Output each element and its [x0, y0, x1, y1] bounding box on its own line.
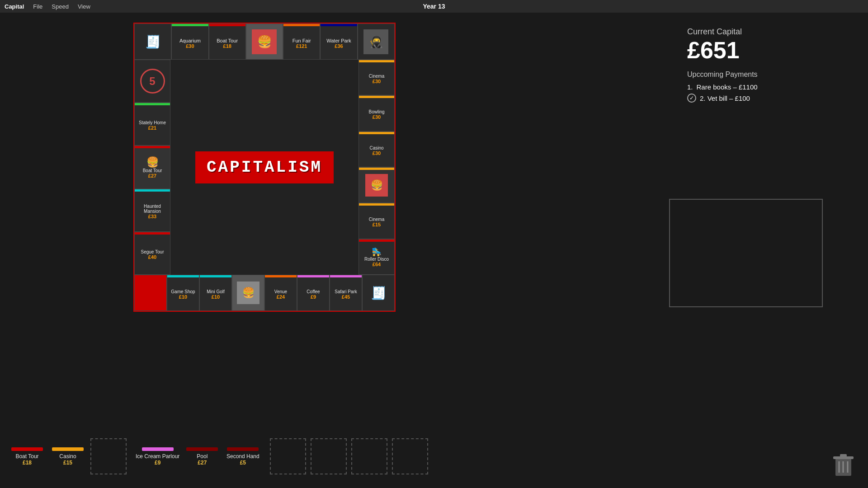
boattour-top-price: £18 [223, 43, 231, 49]
empty-slot-3 [311, 438, 347, 474]
aquarium-label: Aquarium [179, 38, 201, 43]
safari-bar [330, 275, 362, 277]
burger-right-bar [359, 168, 394, 170]
bottom-card-boattour[interactable]: Boat Tour £18 [9, 447, 45, 466]
cell-cinema2[interactable]: Cinema £15 [359, 203, 395, 239]
cell-stately-home[interactable]: Stately Home £21 [134, 103, 170, 145]
cell-funfair[interactable]: Fun Fair £121 [283, 23, 320, 60]
cell-bowling[interactable]: Bowling £30 [359, 95, 395, 131]
svg-rect-2 [840, 454, 847, 457]
burger-icon-right: 🍔 [365, 174, 388, 197]
cinema2-label: Cinema [369, 217, 384, 222]
cinema2-bar [359, 203, 394, 206]
cinema1-label: Cinema [369, 74, 384, 79]
payment-2-text: 2. Vet bill – £100 [700, 94, 750, 102]
left-col: 5 Stately Home £21 🍔 Boat Tour £27 Haunt… [134, 60, 170, 275]
aquarium-price: £30 [186, 43, 194, 49]
gameshop-price: £10 [179, 294, 187, 300]
segue-label: Segue Tour [141, 249, 164, 254]
center-area: CAPITALISM [170, 60, 359, 275]
cell-roller-disco[interactable]: 🛼 Roller Disco £64 [359, 239, 395, 275]
cinema1-bar [359, 60, 394, 62]
year-display: Year 13 [423, 3, 445, 10]
roller-price: £64 [373, 262, 381, 267]
menu-view[interactable]: View [78, 3, 90, 10]
menu-file[interactable]: File [33, 3, 42, 10]
cell-coffee[interactable]: Coffee £9 [297, 275, 330, 311]
minigolf-label: Mini Golf [207, 289, 224, 294]
trash-icon[interactable] [832, 452, 854, 479]
cell-burger-top: 🍔 [246, 23, 283, 60]
payment-1-index: 1. [687, 83, 693, 91]
casino-bar [359, 132, 394, 134]
haunted-price: £33 [148, 214, 156, 219]
minigolf-bar [200, 275, 231, 277]
funfair-label: Fun Fair [292, 38, 311, 43]
boattour-icon: 🍔 [146, 156, 159, 168]
payment-1: 1. Rare books – £1100 [687, 83, 823, 91]
roller-bar [359, 239, 394, 242]
bottom-card-icecream[interactable]: Ice Cream Parlour £9 [136, 447, 179, 466]
safari-label: Safari Park [335, 289, 357, 294]
segue-price: £40 [148, 254, 156, 260]
right-col: Cinema £30 Bowling £30 Casino £30 🍔 Cine… [359, 60, 395, 275]
burger-icon-bottom: 🍔 [237, 282, 259, 304]
cell-aquarium[interactable]: Aquarium £30 [171, 23, 208, 60]
cinema2-price: £15 [373, 222, 381, 227]
cell-venue[interactable]: Venue £24 [264, 275, 297, 311]
number-badge: 5 [140, 69, 165, 94]
bowling-price: £30 [373, 114, 381, 120]
cell-safari-park[interactable]: Safari Park £45 [330, 275, 362, 311]
bottom-card-secondhand[interactable]: Second Hand £5 [225, 447, 261, 466]
bottom-card-pool[interactable]: Pool £27 [184, 447, 220, 466]
cell-segue-tour[interactable]: Segue Tour £40 [134, 232, 170, 275]
casino-card-bar [52, 447, 84, 451]
coffee-bar [297, 275, 329, 277]
cell-boattour-left[interactable]: 🍔 Boat Tour £27 [134, 145, 170, 188]
pool-card-bar [186, 447, 218, 451]
cell-mini-golf[interactable]: Mini Golf £10 [199, 275, 232, 311]
top-row: 🧾 Aquarium £30 Boat Tour £18 🍔 Fun Fair … [134, 23, 395, 60]
corner-top-right: 🥷 [358, 23, 395, 60]
boattour-left-bar [135, 146, 170, 148]
haunted-label: Haunted Mansion [137, 204, 168, 214]
cinema1-price: £30 [373, 79, 381, 84]
boattour-card-bar [11, 447, 43, 451]
cell-cinema1[interactable]: Cinema £30 [359, 60, 395, 95]
roller-icon: 🛼 [372, 247, 382, 257]
casino-card-name: Casino [59, 453, 76, 460]
casino-card-price: £15 [63, 460, 72, 466]
cell-haunted-mansion[interactable]: Haunted Mansion £33 [134, 189, 170, 232]
waterpark-bar [321, 24, 357, 26]
aquarium-bar [172, 24, 208, 26]
cell-waterpark[interactable]: Water Park £36 [320, 23, 357, 60]
secondhand-card-price: £5 [240, 460, 246, 466]
app-title: Capital [5, 3, 24, 10]
payment-1-text: Rare books – £1100 [697, 83, 758, 91]
bottom-card-casino[interactable]: Casino £15 [50, 447, 86, 466]
minigolf-price: £10 [212, 294, 220, 300]
menu-speed[interactable]: Speed [52, 3, 69, 10]
pool-card-name: Pool [197, 453, 208, 460]
venue-label: Venue [274, 289, 287, 294]
venue-price: £24 [277, 294, 285, 300]
waterpark-price: £36 [335, 43, 343, 49]
roller-label: Roller Disco [364, 257, 389, 262]
icecream-card-price: £9 [155, 460, 160, 466]
cell-boattour-top[interactable]: Boat Tour £18 [209, 23, 246, 60]
waterpark-label: Water Park [326, 38, 351, 43]
secondhand-card-bar [227, 447, 259, 451]
casino-label: Casino [369, 145, 383, 150]
icecream-card-bar [142, 447, 174, 451]
secondhand-card-name: Second Hand [226, 453, 259, 460]
corner-top-left: 🧾 [134, 23, 171, 60]
segue-bar [135, 232, 170, 235]
cell-game-shop[interactable]: Game Shop £10 [167, 275, 199, 311]
empty-slot-5 [392, 438, 428, 474]
payments-label: Upccoming Payments [687, 70, 823, 79]
check-icon: ✓ [687, 94, 696, 103]
boattour-left-price: £27 [148, 173, 156, 178]
boattour-left-label: Boat Tour [143, 168, 162, 173]
cell-casino[interactable]: Casino £30 [359, 131, 395, 167]
info-box [669, 199, 823, 307]
